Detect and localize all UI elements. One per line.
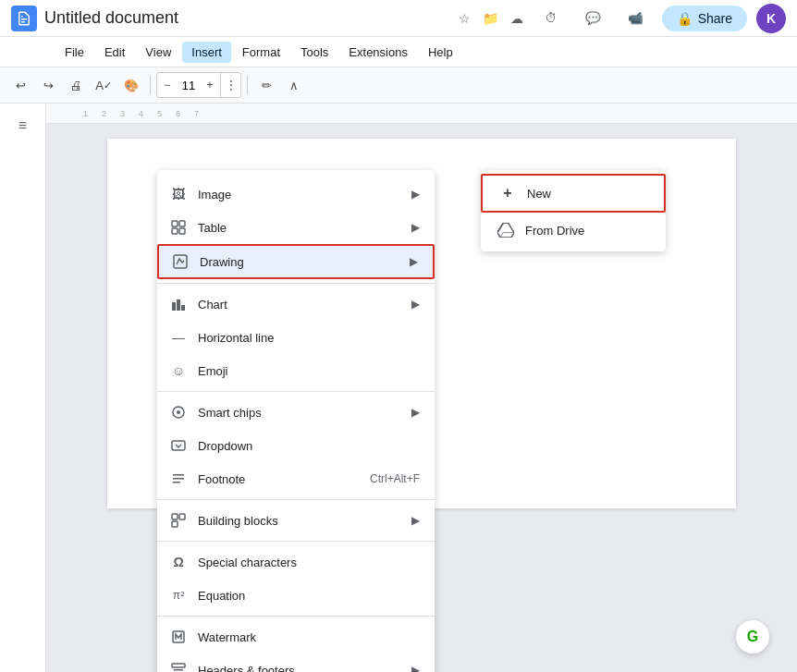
- building-blocks-icon: [168, 510, 189, 531]
- sidebar: ≡: [0, 104, 46, 672]
- insert-equation[interactable]: π² Equation: [157, 579, 435, 612]
- svg-rect-1: [179, 221, 185, 226]
- insert-headers-footers[interactable]: Headers & footers ▶: [157, 654, 435, 672]
- insert-menu: 🖼 Image ▶ Table ▶ Drawing ▶: [157, 170, 435, 672]
- avatar[interactable]: K: [756, 4, 786, 33]
- outline-btn[interactable]: ≡: [8, 111, 38, 141]
- svg-rect-2: [172, 228, 178, 234]
- insert-footnote[interactable]: Footnote Ctrl+Alt+F: [157, 462, 435, 495]
- font-size-value: 11: [178, 79, 200, 92]
- undo-btn[interactable]: ↩: [7, 72, 33, 98]
- paint-btn[interactable]: 🎨: [118, 72, 144, 98]
- insert-table[interactable]: Table ▶: [157, 211, 435, 244]
- drawing-submenu: + New From Drive: [481, 170, 666, 251]
- app-icon: [11, 6, 37, 31]
- menu-view[interactable]: View: [136, 42, 180, 63]
- insert-section-3: Smart chips ▶ Dropdown Footnote Ctrl+Alt…: [157, 392, 435, 500]
- svg-rect-0: [172, 221, 178, 226]
- dropdown-icon: [168, 435, 189, 456]
- font-options-btn[interactable]: ⋮: [220, 73, 240, 97]
- svg-rect-4: [174, 255, 187, 268]
- from-drive-label: From Drive: [525, 224, 584, 238]
- toolbar: ↩ ↪ 🖨 A✓ 🎨 − 11 + ⋮ ✏ ∧: [0, 67, 797, 104]
- document-area: 1 2 3 4 5 6 7 G 🖼 Image ▶: [46, 104, 797, 672]
- equation-icon: π²: [168, 585, 189, 605]
- redo-btn[interactable]: ↪: [35, 72, 61, 98]
- document-title[interactable]: Untitled document: [44, 8, 448, 28]
- svg-rect-7: [181, 305, 185, 311]
- headers-footers-icon: [168, 660, 189, 672]
- share-label: Share: [698, 11, 732, 26]
- svg-rect-11: [173, 474, 184, 476]
- menu-insert[interactable]: Insert: [182, 42, 231, 63]
- menu-extensions[interactable]: Extensions: [339, 42, 417, 63]
- insert-section-1: 🖼 Image ▶ Table ▶ Drawing ▶: [157, 174, 435, 284]
- share-button[interactable]: 🔒 Share: [662, 6, 747, 31]
- svg-rect-18: [172, 664, 185, 667]
- content-area: ≡ 1 2 3 4 5 6 7 G 🖼 Image ▶: [0, 104, 797, 672]
- star-icon[interactable]: ☆: [455, 8, 475, 29]
- cloud-icon[interactable]: ☁: [507, 8, 527, 29]
- grammarly-icon[interactable]: G: [736, 620, 769, 654]
- smart-chips-icon: [168, 402, 189, 422]
- new-drawing-icon: +: [497, 183, 518, 203]
- insert-image[interactable]: 🖼 Image ▶: [157, 177, 435, 211]
- decrease-font-btn[interactable]: −: [157, 73, 178, 97]
- svg-rect-6: [177, 299, 180, 311]
- folder-icon[interactable]: 📁: [481, 8, 501, 29]
- drawing-icon: [170, 251, 190, 272]
- ruler: 1 2 3 4 5 6 7: [46, 104, 797, 124]
- insert-smart-chips[interactable]: Smart chips ▶: [157, 396, 435, 429]
- svg-point-9: [177, 410, 180, 414]
- insert-drawing[interactable]: Drawing ▶: [157, 244, 435, 279]
- svg-rect-13: [173, 482, 180, 483]
- new-drawing-label: New: [527, 187, 551, 201]
- svg-rect-14: [172, 514, 178, 519]
- special-chars-icon: Ω: [168, 552, 189, 572]
- insert-building-blocks[interactable]: Building blocks ▶: [157, 504, 435, 537]
- drawing-new[interactable]: + New: [481, 174, 666, 213]
- chart-icon: [168, 294, 189, 314]
- insert-dropdown[interactable]: Dropdown: [157, 429, 435, 462]
- meet-btn[interactable]: 📹: [619, 2, 653, 35]
- top-right-controls: ⏱ 💬 📹 🔒 Share K: [534, 2, 786, 35]
- insert-watermark[interactable]: Watermark: [157, 620, 435, 654]
- insert-section-6: Watermark Headers & footers ▶ # Page num…: [157, 617, 435, 672]
- font-size-control[interactable]: − 11 + ⋮: [156, 72, 241, 98]
- insert-emoji[interactable]: ☺ Emoji: [157, 354, 435, 387]
- chat-btn[interactable]: 💬: [577, 2, 610, 35]
- lock-icon: 🔒: [677, 11, 693, 26]
- emoji-icon: ☺: [168, 360, 189, 381]
- insert-section-5: Ω Special characters π² Equation: [157, 542, 435, 617]
- table-icon: [168, 217, 189, 238]
- menu-tools[interactable]: Tools: [291, 42, 337, 63]
- drive-icon: [496, 220, 516, 240]
- menu-file[interactable]: File: [55, 42, 93, 63]
- collapse-btn[interactable]: ∧: [281, 72, 307, 98]
- top-bar: Untitled document ☆ 📁 ☁ ⏱ 💬 📹 🔒 Share K: [0, 0, 797, 37]
- spellcheck-btn[interactable]: A✓: [91, 72, 116, 98]
- menu-format[interactable]: Format: [233, 42, 289, 63]
- svg-rect-5: [172, 302, 176, 311]
- insert-horizontal-line[interactable]: — Horizontal line: [157, 321, 435, 354]
- insert-special-chars[interactable]: Ω Special characters: [157, 545, 435, 579]
- menu-bar: File Edit View Insert Format Tools Exten…: [0, 37, 797, 67]
- svg-rect-20: [174, 669, 183, 671]
- svg-rect-16: [172, 521, 178, 527]
- hline-icon: —: [168, 327, 189, 348]
- drawing-from-drive[interactable]: From Drive: [481, 213, 666, 248]
- image-icon: 🖼: [168, 184, 189, 204]
- insert-chart[interactable]: Chart ▶: [157, 287, 435, 321]
- menu-edit[interactable]: Edit: [95, 42, 134, 63]
- svg-rect-15: [179, 514, 185, 519]
- print-btn[interactable]: 🖨: [63, 72, 89, 98]
- svg-rect-3: [179, 228, 185, 234]
- footnote-icon: [168, 469, 189, 489]
- history-btn[interactable]: ⏱: [534, 2, 568, 35]
- pencil-btn[interactable]: ✏: [253, 72, 279, 98]
- increase-font-btn[interactable]: +: [200, 73, 220, 97]
- watermark-icon: [168, 627, 189, 647]
- svg-rect-12: [173, 478, 184, 480]
- title-icons: ☆ 📁 ☁: [455, 8, 527, 29]
- menu-help[interactable]: Help: [419, 42, 462, 63]
